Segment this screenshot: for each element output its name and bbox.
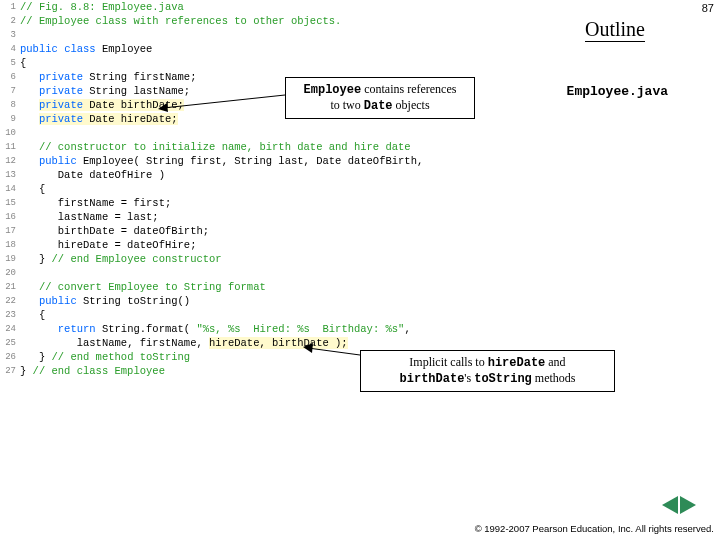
- outline-heading: Outline: [585, 18, 645, 42]
- nav-arrows: [658, 496, 700, 514]
- code-listing: 1// Fig. 8.8: Employee.java 2// Employee…: [0, 0, 720, 378]
- copyright-text: © 1992-2007 Pearson Education, Inc. All …: [475, 523, 714, 534]
- next-slide-icon[interactable]: [680, 496, 700, 514]
- line-num: 1: [0, 0, 20, 14]
- callout-employee-references: Employee contains references to two Date…: [285, 77, 475, 119]
- prev-slide-icon[interactable]: [658, 496, 678, 514]
- code-comment: // Fig. 8.8: Employee.java: [20, 1, 184, 13]
- filename-label: Employee.java: [567, 84, 668, 99]
- callout-tostring: Implicit calls to hireDate and birthDate…: [360, 350, 615, 392]
- page-number: 87: [702, 2, 714, 14]
